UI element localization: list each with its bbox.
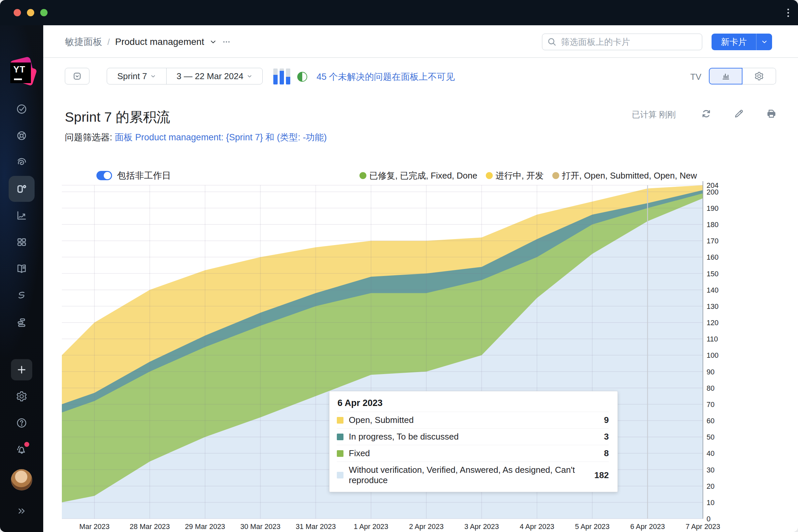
report-title: Sprint 7 的累积流 xyxy=(65,108,170,126)
new-card-dropdown-button[interactable] xyxy=(756,34,772,50)
sidebar-item-tasks[interactable] xyxy=(16,103,27,115)
legend-item[interactable]: 进行中, 开发 xyxy=(486,170,543,182)
tooltip-row-value: 3 xyxy=(604,432,609,442)
breadcrumb-separator: / xyxy=(108,37,110,47)
x-tick-label: Mar 2023 xyxy=(79,523,110,531)
y-tick-label: 60 xyxy=(706,417,715,425)
refresh-button[interactable] xyxy=(701,108,712,121)
legend-dot-icon xyxy=(486,172,493,179)
chart-legend: 已修复, 已完成, Fixed, Done进行中, 开发打开, Open, Su… xyxy=(359,170,697,182)
legend-label: 进行中, 开发 xyxy=(495,170,543,182)
sprint-progress-chart-icon[interactable] xyxy=(273,69,291,84)
sidebar-settings-button[interactable] xyxy=(16,391,27,402)
close-window-button[interactable] xyxy=(14,9,21,16)
progress-half-circle-icon xyxy=(297,72,307,82)
search-icon xyxy=(547,37,557,49)
y-tick-label: 40 xyxy=(706,450,715,457)
y-tick-label: 190 xyxy=(706,205,719,212)
x-tick-label: 29 Mar 2023 xyxy=(185,523,225,531)
sprint-label: Sprint 7 xyxy=(117,71,147,81)
minimize-window-button[interactable] xyxy=(27,9,34,16)
tooltip-row: Fixed8 xyxy=(337,445,609,461)
board-settings-button[interactable] xyxy=(742,68,776,84)
legend-dot-icon xyxy=(359,172,366,179)
y-tick-label: 50 xyxy=(706,433,715,441)
y-tick-label: 110 xyxy=(706,335,718,343)
y-tick-label: 100 xyxy=(706,352,719,359)
y-tick-label: 30 xyxy=(706,466,715,474)
agile-board-icon xyxy=(15,182,28,195)
new-card-button[interactable]: 新卡片 xyxy=(711,34,756,50)
chart-tooltip: 6 Apr 2023 Open, Submitted9In progress, … xyxy=(329,391,618,492)
user-avatar[interactable] xyxy=(11,469,32,491)
new-card-split-button: 新卡片 xyxy=(711,34,772,50)
x-tick-label: 4 Apr 2023 xyxy=(520,523,554,531)
tooltip-row-value: 9 xyxy=(604,415,609,425)
window-menu-icon[interactable] xyxy=(784,6,792,19)
sidebar-item-timesheets[interactable] xyxy=(16,290,27,302)
sidebar-item-dashboards[interactable] xyxy=(16,236,27,248)
tooltip-swatch-icon xyxy=(337,450,343,457)
add-button[interactable] xyxy=(11,359,32,380)
unresolved-issues-link[interactable]: 45 个未解决的问题在面板上不可见 xyxy=(317,71,455,83)
tooltip-row-value: 8 xyxy=(604,448,609,458)
chart-view-button[interactable] xyxy=(709,68,742,84)
filter-query-link[interactable]: 面板 Product management: {Sprint 7} 和 (类型:… xyxy=(115,132,327,142)
sidebar-item-gantt[interactable] xyxy=(16,317,27,328)
backlog-button[interactable] xyxy=(65,68,90,84)
board-title[interactable]: Product management xyxy=(115,37,204,47)
gear-icon xyxy=(754,71,764,81)
tooltip-swatch-icon xyxy=(337,417,343,424)
x-tick-label: 7 Apr 2023 xyxy=(686,523,720,531)
tooltip-row-label: Fixed xyxy=(349,448,597,458)
date-range-label: 3 — 22 Mar 2024 xyxy=(176,71,243,81)
help-button[interactable] xyxy=(16,417,27,429)
tooltip-date: 6 Apr 2023 xyxy=(337,396,609,412)
tooltip-row: Open, Submitted9 xyxy=(337,412,609,428)
tooltip-row-value: 182 xyxy=(594,470,609,480)
gear-icon xyxy=(16,391,27,402)
y-tick-label: 20 xyxy=(706,482,715,491)
x-tick-label: 3 Apr 2023 xyxy=(464,523,499,531)
check-circle-icon xyxy=(16,103,27,115)
edit-report-button[interactable] xyxy=(733,108,744,121)
include-weekends-toggle[interactable] xyxy=(96,171,112,180)
chevron-down-icon[interactable] xyxy=(209,38,217,45)
y-tick-label: 90 xyxy=(706,368,715,376)
breadcrumb-section[interactable]: 敏捷面板 xyxy=(65,36,102,48)
grid-icon xyxy=(16,236,27,248)
print-button[interactable] xyxy=(766,108,777,121)
x-tick-label: 2 Apr 2023 xyxy=(409,523,443,531)
sidebar-item-insights[interactable] xyxy=(16,209,27,222)
sidebar-item-knowledge-base[interactable] xyxy=(16,263,27,274)
backlog-box-icon xyxy=(72,71,82,81)
sprint-selector[interactable]: Sprint 7 xyxy=(107,68,166,84)
y-tick-label: 70 xyxy=(706,401,715,408)
chevron-down-icon xyxy=(761,39,768,45)
sidebar-item-projects[interactable] xyxy=(16,130,27,141)
sidebar: YT xyxy=(0,25,43,532)
y-tick-label: 160 xyxy=(706,253,719,261)
more-options-icon[interactable] xyxy=(222,38,231,46)
app-window: YT xyxy=(0,0,798,532)
tv-mode-button[interactable]: TV xyxy=(690,72,701,82)
notifications-button[interactable] xyxy=(15,443,28,456)
legend-item[interactable]: 已修复, 已完成, Fixed, Done xyxy=(359,170,477,182)
legend-item[interactable]: 打开, Open, Submitted, Open, New xyxy=(552,170,697,182)
bar-chart-icon xyxy=(721,71,731,81)
pencil-icon xyxy=(733,108,744,119)
sidebar-item-reports[interactable] xyxy=(16,156,27,168)
y-tick-label: 150 xyxy=(706,270,719,278)
youtrack-logo-icon[interactable]: YT xyxy=(6,57,37,87)
double-chevron-right-icon xyxy=(16,506,27,517)
view-switcher xyxy=(709,68,776,84)
sidebar-item-agile-boards[interactable] xyxy=(8,176,35,202)
titlebar xyxy=(0,0,798,25)
y-tick-label: 0 xyxy=(706,515,710,523)
sidebar-collapse-button[interactable] xyxy=(16,506,27,517)
tooltip-row-label: Without verification, Verified, Answered… xyxy=(349,465,588,486)
zoom-window-button[interactable] xyxy=(40,9,48,16)
search-input[interactable] xyxy=(542,34,702,50)
date-range-selector[interactable]: 3 — 22 Mar 2024 xyxy=(166,68,262,84)
x-tick-label: 5 Apr 2023 xyxy=(575,523,609,531)
